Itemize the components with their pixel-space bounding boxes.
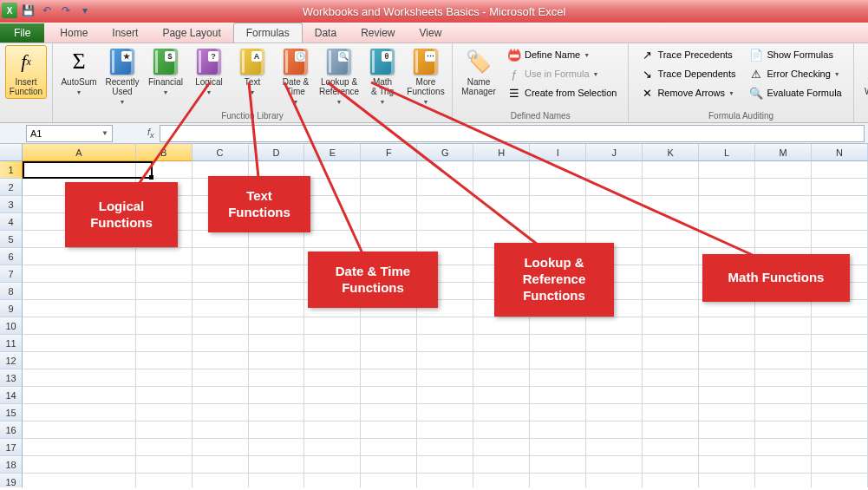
show-formulas-button[interactable]: 📄Show Formulas [743, 45, 847, 64]
evaluate-formula-button[interactable]: 🔍Evaluate Formula [743, 83, 847, 102]
row-header-18[interactable]: 18 [0, 456, 23, 474]
cell[interactable] [193, 335, 249, 352]
cell[interactable] [136, 300, 193, 317]
cell[interactable] [417, 161, 473, 179]
cell[interactable] [812, 335, 868, 352]
cell[interactable] [755, 421, 812, 439]
cell[interactable] [361, 335, 417, 352]
cell[interactable] [473, 421, 530, 439]
cell[interactable] [755, 352, 812, 369]
cell[interactable] [530, 352, 586, 369]
cell[interactable] [417, 213, 473, 231]
cell[interactable] [699, 300, 755, 317]
row-header-1[interactable]: 1 [0, 161, 23, 179]
cell[interactable] [136, 265, 193, 283]
name-box-dropdown-icon[interactable]: ▼ [101, 129, 108, 137]
cell[interactable] [417, 352, 473, 369]
cell[interactable] [643, 300, 699, 317]
cell[interactable] [473, 161, 530, 179]
cell[interactable] [193, 300, 249, 317]
cell[interactable] [586, 179, 643, 196]
cell[interactable] [361, 421, 417, 439]
text-button[interactable]: A Text▼ [232, 45, 273, 100]
cell[interactable] [699, 421, 755, 439]
cell[interactable] [812, 404, 868, 421]
cell[interactable] [530, 387, 586, 404]
cell[interactable] [643, 474, 699, 487]
cell[interactable] [304, 196, 361, 213]
cell[interactable] [586, 335, 643, 352]
cell[interactable] [193, 439, 249, 456]
cell[interactable] [812, 179, 868, 196]
cell[interactable] [699, 161, 755, 179]
cell[interactable] [193, 404, 249, 421]
cell[interactable] [249, 369, 305, 387]
column-header-B[interactable]: B [136, 144, 193, 161]
row-header-13[interactable]: 13 [0, 369, 23, 387]
cell[interactable] [586, 474, 643, 487]
cell[interactable] [473, 335, 530, 352]
cell[interactable] [643, 317, 699, 335]
row-header-12[interactable]: 12 [0, 352, 23, 369]
cell[interactable] [23, 335, 136, 352]
tab-formulas[interactable]: Formulas [233, 23, 303, 42]
cell[interactable] [417, 317, 473, 335]
cell[interactable] [586, 369, 643, 387]
cell[interactable] [136, 352, 193, 369]
cell[interactable] [304, 352, 361, 369]
cell[interactable] [643, 283, 699, 300]
cell[interactable] [586, 352, 643, 369]
qat-undo-icon[interactable]: ↶ [38, 2, 55, 19]
cell[interactable] [361, 369, 417, 387]
column-header-J[interactable]: J [586, 144, 643, 161]
cell[interactable] [361, 213, 417, 231]
cell[interactable] [361, 352, 417, 369]
select-all-corner[interactable] [0, 144, 23, 161]
cell[interactable] [361, 179, 417, 196]
cell[interactable] [23, 317, 136, 335]
qat-redo-icon[interactable]: ↷ [57, 2, 75, 19]
cell[interactable] [249, 439, 305, 456]
cell[interactable] [304, 421, 361, 439]
column-header-K[interactable]: K [643, 144, 699, 161]
cell[interactable] [812, 161, 868, 179]
financial-button[interactable]: $ Financial▼ [145, 45, 186, 100]
cell[interactable] [812, 474, 868, 487]
cell[interactable] [530, 369, 586, 387]
cell[interactable] [304, 456, 361, 474]
name-manager-button[interactable]: 🏷️ Name Manager [458, 45, 499, 99]
cell[interactable] [23, 474, 136, 487]
cell[interactable] [530, 335, 586, 352]
cell[interactable] [304, 439, 361, 456]
cell[interactable] [417, 231, 473, 248]
cell[interactable] [23, 265, 136, 283]
cell[interactable] [699, 213, 755, 231]
cell[interactable] [193, 231, 249, 248]
cell[interactable] [361, 317, 417, 335]
row-header-10[interactable]: 10 [0, 317, 23, 335]
cell[interactable] [417, 369, 473, 387]
cell[interactable] [417, 335, 473, 352]
column-header-E[interactable]: E [304, 144, 361, 161]
cell[interactable] [249, 283, 305, 300]
row-header-5[interactable]: 5 [0, 231, 23, 248]
cell[interactable] [193, 352, 249, 369]
cell[interactable] [249, 352, 305, 369]
fx-icon[interactable]: fx [147, 127, 154, 140]
cell[interactable] [23, 387, 136, 404]
row-header-8[interactable]: 8 [0, 283, 23, 300]
more-functions-button[interactable]: ⋯ More Functions▼ [405, 45, 447, 109]
cell[interactable] [586, 456, 643, 474]
row-header-6[interactable]: 6 [0, 248, 23, 265]
cell[interactable] [249, 474, 305, 487]
error-checking-button[interactable]: ⚠Error Checking ▼ [743, 64, 847, 83]
tab-data[interactable]: Data [303, 23, 349, 42]
cell[interactable] [23, 421, 136, 439]
cell[interactable] [643, 196, 699, 213]
cell[interactable] [136, 335, 193, 352]
cell[interactable] [249, 248, 305, 265]
cell[interactable] [699, 474, 755, 487]
qat-customize-icon[interactable]: ▾ [76, 2, 94, 19]
cell[interactable] [361, 387, 417, 404]
cell[interactable] [699, 231, 755, 248]
